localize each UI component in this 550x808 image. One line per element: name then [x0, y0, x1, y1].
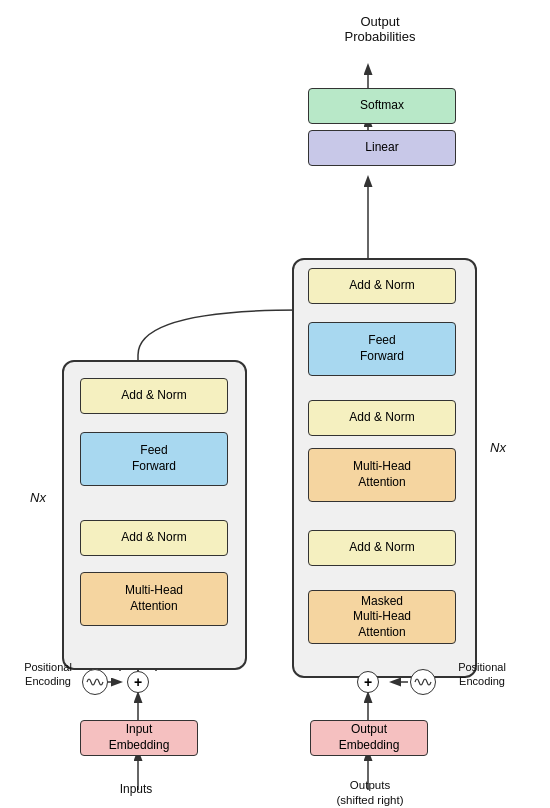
inputs-label: Inputs — [106, 782, 166, 796]
dec-nx-label: Nx — [490, 440, 506, 455]
enc-feed-forward: FeedForward — [80, 432, 228, 486]
output-embedding: OutputEmbedding — [310, 720, 428, 756]
enc-add-norm-top: Add & Norm — [80, 378, 228, 414]
dec-add-norm-top: Add & Norm — [308, 268, 456, 304]
dec-plus-circle: + — [357, 671, 379, 693]
outputs-label: Outputs(shifted right) — [320, 778, 420, 808]
enc-nx-label: Nx — [30, 490, 46, 505]
linear-box: Linear — [308, 130, 456, 166]
dec-mha: Multi-HeadAttention — [308, 448, 456, 502]
enc-add-norm-bot: Add & Norm — [80, 520, 228, 556]
enc-plus-circle: + — [127, 671, 149, 693]
softmax-box: Softmax — [308, 88, 456, 124]
dec-positional-encoding-label: PositionalEncoding — [442, 660, 522, 689]
output-probs-label: OutputProbabilities — [300, 14, 460, 44]
input-embedding: InputEmbedding — [80, 720, 198, 756]
enc-sine-icon — [82, 669, 108, 695]
dec-masked-mha: MaskedMulti-HeadAttention — [308, 590, 456, 644]
enc-positional-encoding-label: PositionalEncoding — [12, 660, 84, 689]
dec-add-norm-mid: Add & Norm — [308, 400, 456, 436]
dec-add-norm-bot: Add & Norm — [308, 530, 456, 566]
enc-mha: Multi-HeadAttention — [80, 572, 228, 626]
transformer-diagram: Add & Norm FeedForward Add & Norm Multi-… — [0, 0, 550, 808]
dec-feed-forward: FeedForward — [308, 322, 456, 376]
dec-sine-icon — [410, 669, 436, 695]
